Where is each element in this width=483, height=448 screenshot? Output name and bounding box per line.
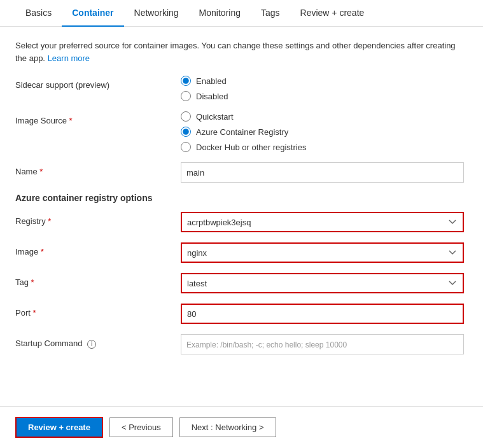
port-control-area bbox=[181, 304, 468, 324]
image-source-row: Image Source * Quickstart Azure Containe… bbox=[15, 111, 468, 152]
top-navigation: Basics Container Networking Monitoring T… bbox=[0, 0, 483, 27]
tab-monitoring[interactable]: Monitoring bbox=[189, 0, 251, 27]
image-dropdown[interactable]: nginx bbox=[181, 242, 464, 263]
startup-command-input[interactable] bbox=[181, 334, 464, 354]
quickstart-label: Quickstart bbox=[196, 112, 234, 122]
tag-control-area: latest bbox=[181, 273, 468, 293]
image-source-label: Image Source * bbox=[15, 111, 181, 127]
name-input[interactable] bbox=[181, 162, 464, 183]
registry-label: Registry * bbox=[15, 212, 181, 227]
name-label: Name * bbox=[15, 162, 181, 178]
docker-radio[interactable] bbox=[181, 142, 191, 152]
previous-button[interactable]: < Previous bbox=[109, 417, 173, 437]
acr-radio[interactable] bbox=[181, 127, 191, 137]
tab-basics[interactable]: Basics bbox=[15, 0, 62, 27]
image-label: Image * bbox=[15, 242, 181, 258]
quickstart-radio[interactable] bbox=[181, 111, 191, 122]
page-description: Select your preferred source for contain… bbox=[15, 39, 468, 64]
registry-dropdown[interactable]: acrptbwpiek3ejsq bbox=[181, 212, 464, 232]
sidecar-disabled-label: Disabled bbox=[196, 92, 228, 101]
startup-command-row: Startup Command i bbox=[15, 334, 468, 354]
image-control-area: nginx bbox=[181, 242, 468, 263]
port-required: * bbox=[32, 308, 36, 318]
name-control-area bbox=[181, 162, 468, 183]
sidecar-label: Sidecar support (preview) bbox=[15, 76, 181, 91]
image-source-options: Quickstart Azure Container Registry Dock… bbox=[181, 111, 468, 152]
docker-label: Docker Hub or other registries bbox=[196, 143, 306, 152]
sidecar-disabled-option[interactable]: Disabled bbox=[181, 91, 468, 101]
sidecar-support-row: Sidecar support (preview) Enabled Disabl… bbox=[15, 76, 468, 101]
name-row: Name * bbox=[15, 162, 468, 183]
bottom-bar: Review + create < Previous Next : Networ… bbox=[0, 406, 483, 448]
registry-control-area: acrptbwpiek3ejsq bbox=[181, 212, 468, 232]
acr-label: Azure Container Registry bbox=[196, 127, 288, 137]
sidecar-disabled-radio[interactable] bbox=[181, 91, 191, 101]
image-source-acr-option[interactable]: Azure Container Registry bbox=[181, 127, 468, 137]
sidecar-options: Enabled Disabled bbox=[181, 76, 468, 101]
tab-tags[interactable]: Tags bbox=[251, 0, 290, 27]
port-label: Port * bbox=[15, 304, 181, 319]
startup-command-control-area bbox=[181, 334, 468, 354]
tab-review-create[interactable]: Review + create bbox=[290, 0, 375, 27]
port-row: Port * bbox=[15, 304, 468, 324]
image-source-radio-group: Quickstart Azure Container Registry Dock… bbox=[181, 111, 468, 152]
image-source-quickstart-option[interactable]: Quickstart bbox=[181, 111, 468, 122]
tab-networking[interactable]: Networking bbox=[124, 0, 189, 27]
tag-required: * bbox=[31, 277, 34, 287]
tab-container[interactable]: Container bbox=[62, 0, 123, 27]
tag-label: Tag * bbox=[15, 273, 181, 288]
registry-required: * bbox=[48, 216, 51, 226]
name-required: * bbox=[39, 167, 43, 176]
sidecar-radio-group: Enabled Disabled bbox=[181, 76, 468, 101]
startup-command-label: Startup Command i bbox=[15, 334, 181, 349]
image-required: * bbox=[41, 247, 44, 256]
image-row: Image * nginx bbox=[15, 242, 468, 263]
sidecar-enabled-option[interactable]: Enabled bbox=[181, 76, 468, 86]
next-button[interactable]: Next : Networking > bbox=[179, 417, 276, 437]
review-create-button[interactable]: Review + create bbox=[15, 417, 103, 438]
learn-more-link[interactable]: Learn more bbox=[48, 53, 90, 63]
startup-command-info-icon[interactable]: i bbox=[87, 340, 96, 349]
acr-section-heading: Azure container registry options bbox=[15, 193, 468, 203]
image-source-docker-option[interactable]: Docker Hub or other registries bbox=[181, 142, 468, 152]
sidecar-enabled-radio[interactable] bbox=[181, 76, 191, 86]
image-source-required: * bbox=[69, 116, 73, 125]
tag-dropdown[interactable]: latest bbox=[181, 273, 464, 293]
port-input[interactable] bbox=[181, 304, 464, 324]
main-content: Select your preferred source for contain… bbox=[0, 27, 483, 377]
registry-row: Registry * acrptbwpiek3ejsq bbox=[15, 212, 468, 232]
sidecar-enabled-label: Enabled bbox=[196, 76, 227, 86]
tag-row: Tag * latest bbox=[15, 273, 468, 293]
